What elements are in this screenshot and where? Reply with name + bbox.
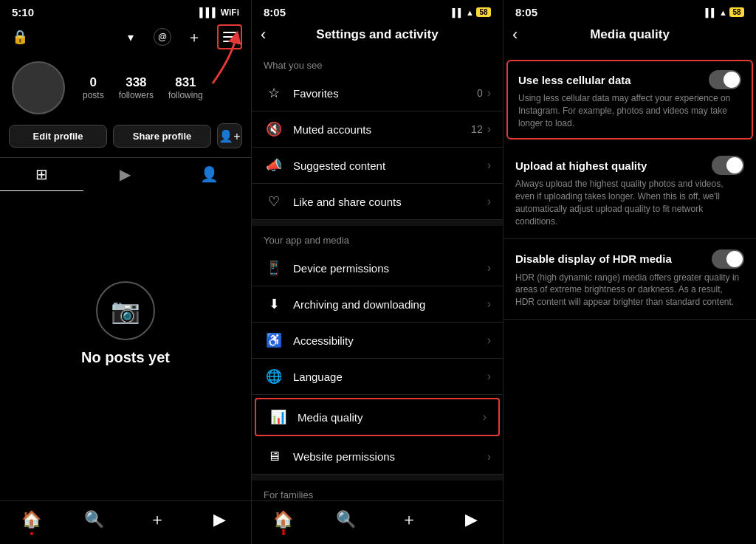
profile-panel: 5:10 ▌▌▌ WiFi 🔒 ▾ @ ＋ [0,0,251,544]
settings-item-accessibility[interactable]: ♿ Accessibility › [252,323,503,359]
favorites-label: Favorites [293,87,477,100]
settings-item-muted-accounts[interactable]: 🔇 Muted accounts 12 › [252,111,503,148]
add-icon[interactable]: ＋ [183,26,205,48]
nav-add-profile[interactable]: ＋ [142,509,172,531]
upload-quality-title: Upload at highest quality [515,159,647,172]
threads-icon[interactable]: @ [154,28,171,46]
media-back-button[interactable]: ‹ [512,25,518,44]
option-disable-hdr: Disable display of HDR media HDR (high d… [504,239,756,320]
settings-back-button[interactable]: ‹ [261,25,266,44]
status-time-settings: 8:05 [264,6,286,18]
suggested-chevron: › [487,159,491,172]
hdr-toggle[interactable] [712,249,744,269]
followers-count: 338 [119,75,154,90]
device-chevron: › [487,261,491,275]
wifi-icon-profile: WiFi [221,7,239,18]
tab-video[interactable]: ▶ [83,158,167,191]
suggested-icon: 📣 [264,157,284,173]
media-quality-content: Use less cellular data Using less cellul… [504,51,756,544]
settings-item-website-permissions[interactable]: 🖥 Website permissions › [252,439,503,475]
tag-icon: 👤 [200,165,219,183]
suggested-label: Suggested content [293,159,487,172]
menu-icon-button[interactable] [217,24,242,49]
settings-header: ‹ Settings and activity [252,21,503,51]
option-upload-highest-quality: Upload at highest quality Always upload … [504,145,756,238]
like-chevron: › [487,195,491,208]
section-divider-2 [252,475,503,481]
archive-label: Archiving and downloading [293,298,487,311]
nav-search-profile[interactable]: 🔍 [80,509,109,531]
nav-add-settings[interactable]: ＋ [394,509,424,531]
website-label: Website permissions [293,450,487,463]
nav-reels-profile[interactable]: ▶ [205,509,235,531]
signal-icon-settings: ▌▌ [453,8,464,17]
status-icons-media: ▌▌ ▲ 58 [706,7,744,17]
toggle-knob-upload [726,157,743,173]
muted-label: Muted accounts [293,123,471,136]
no-posts-text: No posts yet [81,349,170,366]
battery-badge-media: 58 [729,7,744,17]
nav-search-settings[interactable]: 🔍 [331,509,361,531]
tab-tagged[interactable]: 👤 [168,158,251,191]
edit-profile-button[interactable]: Edit profile [9,125,107,148]
upload-quality-toggle[interactable] [712,156,744,175]
settings-item-language[interactable]: 🌐 Language › [252,359,503,395]
like-icon: ♡ [264,193,284,210]
share-profile-button[interactable]: Share profile [113,125,211,148]
muted-chevron: › [487,123,491,136]
favorites-chevron: › [487,86,491,100]
settings-item-like-share[interactable]: ♡ Like and share counts › [252,184,503,220]
section-what-you-see: What you see [252,51,503,75]
media-quality-label: Media quality [298,411,483,424]
media-quality-title: Media quality [590,27,670,42]
media-quality-panel: 8:05 ▌▌ ▲ 58 ‹ Media quality Use less ce… [504,0,756,544]
chevron-down-icon[interactable]: ▾ [120,26,142,48]
lock-icon[interactable]: 🔒 [9,26,31,48]
following-stat: 831 following [168,75,203,100]
language-chevron: › [487,370,491,383]
nav-home-profile[interactable]: 🏠 [17,509,47,531]
following-label: following [168,90,203,100]
option-use-less-cellular: Use less cellular data Using less cellul… [506,60,753,140]
grid-icon: ⊞ [35,165,48,183]
camera-icon: 📷 [96,281,155,340]
hdr-row: Disable display of HDR media [515,249,744,269]
nav-home-settings[interactable]: 🏠 [269,509,298,531]
section-divider-1 [252,220,503,226]
nav-reels-settings[interactable]: ▶ [457,509,487,531]
settings-panel: 8:05 ▌▌ ▲ 58 ‹ Settings and activity Wha… [251,0,504,544]
like-label: Like and share counts [293,196,487,208]
cellular-data-toggle[interactable] [709,70,741,89]
upload-quality-row: Upload at highest quality [515,156,744,175]
settings-item-device-permissions[interactable]: 📱 Device permissions › [252,250,503,286]
cellular-data-row: Use less cellular data [518,70,741,89]
muted-badge: 12 [471,123,483,135]
profile-bottom-nav: 🏠 🔍 ＋ ▶ [0,500,251,544]
no-posts-area: 📷 No posts yet [0,191,251,500]
settings-item-suggested-content[interactable]: 📣 Suggested content › [252,148,503,184]
posts-label: posts [83,90,104,100]
followers-label: followers [119,90,154,100]
language-icon: 🌐 [264,368,284,385]
muted-icon: 🔇 [264,121,284,137]
website-chevron: › [487,450,491,464]
cellular-data-desc: Using less cellular data may affect your… [518,92,741,129]
settings-item-favorites[interactable]: ☆ Favorites 0 › [252,75,503,111]
settings-item-archiving[interactable]: ⬇ Archiving and downloading › [252,286,503,323]
favorites-icon: ☆ [264,85,284,101]
status-icons-settings: ▌▌ ▲ 58 [453,7,491,17]
favorites-badge: 0 [477,87,483,99]
settings-title: Settings and activity [316,27,438,42]
settings-bottom-nav: 🏠 🔍 ＋ ▶ [252,500,503,544]
website-icon: 🖥 [264,449,284,464]
accessibility-icon: ♿ [264,332,284,348]
tab-grid[interactable]: ⊞ [0,158,83,191]
cellular-data-title: Use less cellular data [518,74,631,86]
settings-item-media-quality[interactable]: 📊 Media quality › [255,398,500,436]
media-quality-chevron: › [483,410,487,424]
signal-icon-profile: ▌▌▌ [199,7,219,18]
add-friend-button[interactable]: 👤+ [217,123,242,148]
wifi-icon-settings: ▲ [466,8,474,17]
accessibility-chevron: › [487,334,491,347]
toggle-knob-hdr [726,251,743,267]
